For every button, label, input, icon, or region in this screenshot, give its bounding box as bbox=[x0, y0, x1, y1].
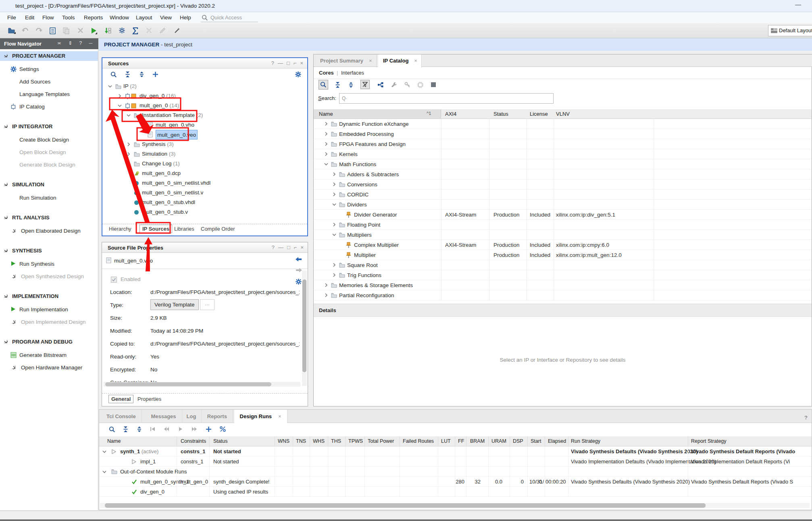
chevron-right-icon[interactable] bbox=[332, 172, 336, 176]
sidebar-section-rtl-analysis[interactable]: RTL ANALYSIS bbox=[0, 213, 98, 223]
runs-column-bram[interactable]: BRAM bbox=[470, 438, 485, 444]
bottom-tab-messages[interactable]: Messages bbox=[145, 410, 182, 423]
close-icon[interactable]: × bbox=[278, 413, 281, 419]
chevron-right-icon[interactable] bbox=[332, 223, 336, 227]
menu-reports[interactable]: Reports bbox=[84, 15, 103, 21]
chevron-down-icon[interactable] bbox=[108, 84, 112, 88]
sfp-vertical-scrollbar[interactable] bbox=[302, 271, 307, 386]
catalog-item-name[interactable]: Conversions bbox=[347, 179, 377, 190]
run-row-div-gen-0[interactable]: div_gen_0Using cached IP results bbox=[99, 487, 812, 497]
chevron-down-icon[interactable] bbox=[118, 104, 122, 108]
subtab-cores[interactable]: Cores bbox=[319, 70, 334, 76]
catalog-row-math-functions[interactable]: Math Functions bbox=[314, 159, 812, 169]
sidebar-item-settings[interactable]: Settings bbox=[0, 65, 98, 74]
catalog-item-name[interactable]: Dividers bbox=[347, 200, 367, 210]
help-icon[interactable]: ? bbox=[804, 415, 808, 421]
chevron-right-icon[interactable] bbox=[332, 263, 336, 267]
catalog-item-name[interactable]: Complex Multiplier bbox=[354, 240, 399, 250]
tree-item-label[interactable]: mult_gen_0_stub.v bbox=[142, 207, 188, 217]
next-run-icon[interactable] bbox=[192, 427, 197, 431]
create-run-icon[interactable] bbox=[206, 426, 212, 432]
catalog-item-name[interactable]: Multiplier bbox=[354, 250, 376, 260]
runs-column-tpws[interactable]: TPWS bbox=[348, 438, 363, 444]
search-icon[interactable] bbox=[319, 80, 328, 91]
run-row-impl-1[interactable]: impl_1constrs_1Not startedVivado Impleme… bbox=[99, 456, 812, 467]
runs-column-dsp[interactable]: DSP bbox=[513, 438, 523, 444]
tree-item-label[interactable]: mult_gen_0_sim_netlist.vhdl bbox=[142, 178, 210, 188]
filter-icon[interactable] bbox=[360, 80, 370, 90]
chevron-down-icon[interactable] bbox=[324, 162, 328, 166]
catalog-row-memories-storage-elements[interactable]: Memories & Storage Elements bbox=[314, 280, 812, 290]
search-icon[interactable] bbox=[109, 426, 115, 433]
tree-item-label[interactable]: div_gen_0 (16) bbox=[139, 91, 176, 101]
catalog-item-name[interactable]: Math Functions bbox=[339, 159, 376, 169]
bottom-tab-reports[interactable]: Reports bbox=[202, 410, 233, 423]
runs-column-total-power[interactable]: Total Power bbox=[368, 438, 394, 444]
sidebar-item-open-synthesized-design[interactable]: Open Synthesized Design bbox=[0, 272, 98, 281]
pencil-icon[interactable] bbox=[159, 27, 166, 34]
back-icon[interactable] bbox=[296, 257, 302, 262]
enabled-checkbox-row[interactable]: Enabled bbox=[102, 276, 308, 286]
chevron-right-icon[interactable] bbox=[332, 192, 336, 196]
runs-column-elapsed[interactable]: Elapsed bbox=[548, 438, 566, 444]
column-name[interactable]: Name^1 bbox=[314, 109, 441, 119]
sidebar-item-generate-bitstream[interactable]: Generate Bitstream bbox=[0, 350, 98, 360]
catalog-row-adders-subtracters[interactable]: Adders & Subtracters bbox=[314, 169, 812, 179]
expand-all-icon[interactable] bbox=[136, 426, 142, 432]
tree-item-mult-gen-0[interactable]: mult_gen_0 (14) bbox=[102, 101, 306, 110]
catalog-row-dividers[interactable]: Dividers bbox=[314, 200, 812, 210]
sidebar-item-language-templates[interactable]: Language Templates bbox=[0, 90, 98, 99]
menu-layout[interactable]: Layout bbox=[136, 15, 152, 21]
tree-item-div-gen-0[interactable]: div_gen_0 (16) bbox=[102, 91, 306, 101]
tree-item-label[interactable]: Change Log (1) bbox=[142, 159, 180, 169]
bottom-tab-log[interactable]: Log bbox=[181, 410, 202, 423]
tree-item-label[interactable]: mult_gen_0 (14) bbox=[139, 101, 179, 110]
catalog-row-kernels[interactable]: Kernels bbox=[314, 149, 812, 159]
sidebar-item-run-synthesis[interactable]: Run Synthesis bbox=[0, 259, 98, 269]
sidebar-section-ip-integrator[interactable]: IP INTEGRATOR bbox=[0, 122, 98, 131]
menu-window[interactable]: Window bbox=[110, 15, 129, 21]
runs-column-run-strategy[interactable]: Run Strategy bbox=[571, 438, 600, 444]
catalog-item-name[interactable]: Adders & Subtracters bbox=[347, 169, 399, 179]
tree-item-mult-gen-0-stub-vhdl[interactable]: mult_gen_0_stub.vhdl bbox=[102, 198, 306, 207]
tree-item-mult-gen-0-stub-v[interactable]: mult_gen_0_stub.v bbox=[102, 207, 306, 217]
report-icon[interactable] bbox=[50, 27, 56, 34]
sidebar-section-synthesis[interactable]: SYNTHESIS bbox=[0, 246, 98, 256]
more-button[interactable]: ... bbox=[200, 299, 214, 310]
catalog-row-partial-reconfiguration[interactable]: Partial Reconfiguration bbox=[314, 290, 812, 300]
sidebar-section-project-manager[interactable]: PROJECT MANAGER bbox=[0, 51, 98, 61]
sidebar-item-create-block-design[interactable]: Create Block Design bbox=[0, 135, 98, 145]
catalog-item-name[interactable]: Trig Functions bbox=[347, 270, 381, 280]
sidebar-section-implementation[interactable]: IMPLEMENTATION bbox=[0, 292, 98, 301]
chevron-right-icon[interactable] bbox=[324, 152, 328, 156]
run-name[interactable]: impl_1 bbox=[140, 456, 156, 467]
delete-icon[interactable] bbox=[77, 27, 83, 33]
ip-catalog-table-header[interactable]: Name^1 AXI4 Status License VLNV bbox=[314, 109, 812, 119]
chevron-right-icon[interactable] bbox=[324, 142, 328, 146]
catalog-row-complex-multiplier[interactable]: Complex MultiplierAXI4-StreamProductionI… bbox=[314, 240, 812, 250]
chevron-down-icon[interactable] bbox=[127, 113, 131, 117]
close-icon[interactable]: × bbox=[414, 58, 417, 64]
tree-item-mult-gen-0-veo[interactable]: mult_gen_0.veo bbox=[102, 130, 306, 140]
tree-item-label[interactable]: mult_gen_0.vho bbox=[156, 120, 194, 130]
catalog-item-name[interactable]: Partial Reconfiguration bbox=[339, 290, 394, 300]
collapse-all-icon[interactable] bbox=[125, 71, 131, 77]
catalog-row-dynamic-function-exchange[interactable]: Dynamic Function eXchange bbox=[314, 119, 812, 129]
editor-tab-project-summary[interactable]: Project Summary× bbox=[315, 54, 377, 67]
editor-tab-ip-catalog[interactable]: IP Catalog× bbox=[378, 54, 422, 67]
catalog-row-fpga-features-and-design[interactable]: FPGA Features and Design bbox=[314, 139, 812, 149]
catalog-item-name[interactable]: Memories & Storage Elements bbox=[339, 280, 413, 290]
collapse-all-icon[interactable] bbox=[335, 82, 341, 88]
run-name[interactable]: div_gen_0 bbox=[140, 487, 164, 497]
tree-item-mult-gen-0-sim-netlist-v[interactable]: mult_gen_0_sim_netlist.v bbox=[102, 188, 306, 198]
tree-item-instantiation-template[interactable]: Instantiation Template (2) bbox=[102, 110, 306, 120]
catalog-row-conversions[interactable]: Conversions bbox=[314, 179, 812, 190]
tree-item-label[interactable]: mult_gen_0_sim_netlist.v bbox=[142, 188, 203, 198]
runs-column-ff[interactable]: FF bbox=[458, 438, 464, 444]
catalog-row-embedded-processing[interactable]: Embedded Processing bbox=[314, 129, 812, 139]
license-key-icon[interactable] bbox=[404, 82, 410, 88]
catalog-item-name[interactable]: Multipliers bbox=[347, 230, 372, 240]
sources-tab-compile-order[interactable]: Compile Order bbox=[201, 226, 235, 232]
design-runs-table-header[interactable]: NameConstraintsStatusWNSTNSWHSTHSTPWSTot… bbox=[99, 436, 812, 446]
bottom-tab-tcl-console[interactable]: Tcl Console bbox=[101, 410, 142, 423]
